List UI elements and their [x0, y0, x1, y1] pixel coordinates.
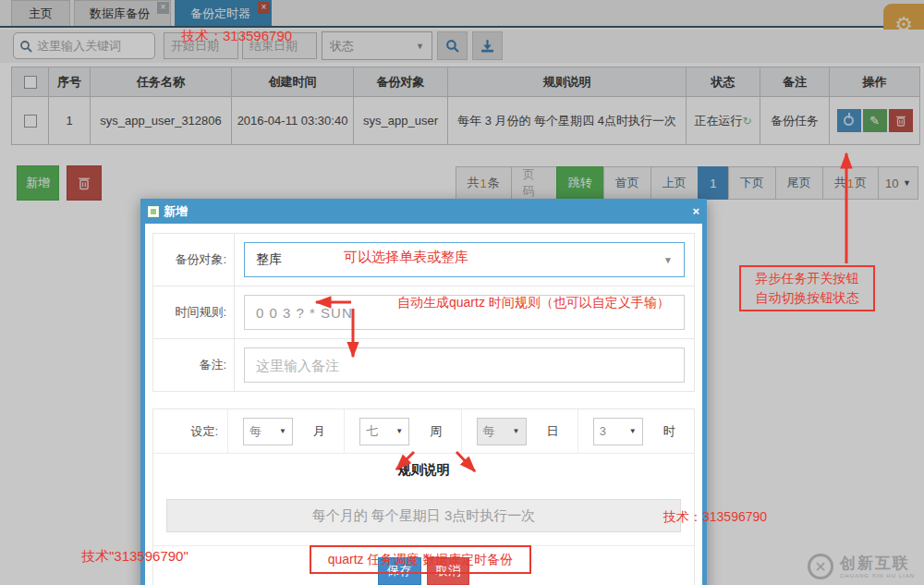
- note-control: [235, 339, 694, 391]
- chevron-down-icon: ▼: [513, 427, 520, 435]
- form-icon: [148, 206, 159, 217]
- week-select-value: 七: [366, 423, 378, 440]
- chevron-down-icon: ▼: [629, 427, 637, 435]
- rule-result-text: 每个月的 每个星期日 3点时执行一次: [166, 499, 681, 532]
- backup-target-value: 整库: [256, 251, 282, 268]
- setting-label: 设定:: [153, 409, 227, 453]
- day-unit-label: 日: [547, 423, 559, 440]
- hour-select-value: 3: [600, 424, 606, 438]
- rule-description-title: 规则说明: [153, 454, 694, 499]
- month-unit-label: 月: [313, 423, 325, 440]
- annotation-qq-top: 技术：313596790: [181, 28, 292, 45]
- rule-result-wrap: 每个月的 每个星期日 3点时执行一次: [153, 499, 694, 545]
- hour-cell: 3 ▼ 时: [578, 409, 694, 453]
- setting-row: 设定: 每 ▼ 月 七 ▼ 周 每: [153, 409, 694, 454]
- annotation-quartz-box: quartz 任务调度 数据库定时备份: [310, 545, 531, 574]
- modal-close-icon[interactable]: ×: [692, 204, 699, 218]
- backup-target-label: 备份对象:: [153, 234, 235, 286]
- site-watermark: ✕ 创新互联 CHUANG XIN HU LIAN: [808, 554, 915, 579]
- note-label: 备注:: [153, 339, 235, 391]
- modal-body: 备份对象: 整库 ▼ 时间规则: 备注:: [140, 224, 707, 585]
- month-select[interactable]: 每 ▼: [243, 418, 293, 445]
- chevron-down-icon: ▼: [279, 427, 286, 435]
- month-select-value: 每: [249, 423, 261, 440]
- time-rule-label: 时间规则:: [153, 286, 235, 338]
- annotation-qq-bottom-left: 技术"313596790": [81, 548, 188, 566]
- modal-title-bar[interactable]: 新增 ×: [140, 199, 707, 224]
- watermark-logo-icon: ✕: [808, 554, 833, 579]
- watermark-text: 创新互联 CHUANG XIN HU LIAN: [840, 555, 915, 579]
- hour-unit-label: 时: [663, 423, 675, 440]
- annotation-qq-right: 技术：313596790: [663, 509, 767, 526]
- chevron-down-icon: ▼: [395, 427, 403, 435]
- week-unit-label: 周: [430, 423, 442, 440]
- annotation-select-hint: 可以选择单表或整库: [344, 249, 468, 266]
- watermark-name: 创新互联: [840, 555, 915, 571]
- annotation-async-line1: 异步任务开关按钮: [741, 269, 873, 288]
- month-cell: 每 ▼ 月: [227, 409, 344, 453]
- annotation-async-line2: 自动切换按钮状态: [741, 288, 873, 308]
- day-select[interactable]: 每 ▼: [477, 418, 527, 445]
- watermark-subtext: CHUANG XIN HU LIAN: [840, 573, 915, 579]
- note-row: 备注:: [153, 339, 694, 391]
- week-select[interactable]: 七 ▼: [359, 418, 409, 445]
- annotation-quartz-hint: 自动生成quartz 时间规则（也可以自定义手输）: [397, 295, 670, 311]
- hour-select[interactable]: 3 ▼: [593, 418, 643, 445]
- chevron-down-icon: ▼: [663, 255, 673, 265]
- note-input[interactable]: [244, 347, 685, 383]
- annotation-async-toggle-box: 异步任务开关按钮 自动切换按钮状态: [739, 265, 875, 311]
- day-select-value: 每: [483, 423, 495, 440]
- day-cell: 每 ▼ 日: [461, 409, 578, 453]
- week-cell: 七 ▼ 周: [344, 409, 460, 453]
- modal-title: 新增: [164, 203, 188, 220]
